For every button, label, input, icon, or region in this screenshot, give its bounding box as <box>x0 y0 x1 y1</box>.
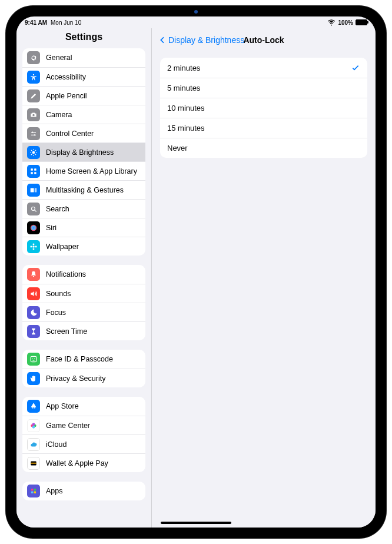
status-bar: 9:41 AM Mon Jun 10 100% <box>16 16 376 28</box>
sidebar-item-label: Face ID & Passcode <box>46 355 141 363</box>
sidebar-item-display-brightness[interactable]: Display & Brightness <box>22 142 145 161</box>
home-indicator[interactable] <box>161 522 231 524</box>
settings-sidebar: Settings GeneralAccessibilityApple Penci… <box>16 28 152 528</box>
option-label: Never <box>167 144 188 152</box>
sidebar-item-home-screen[interactable]: Home Screen & App Library <box>22 161 145 180</box>
auto-lock-option[interactable]: 2 minutes <box>160 58 367 78</box>
status-time: 9:41 AM <box>25 19 47 26</box>
sidebar-item-label: Multitasking & Gestures <box>46 186 141 194</box>
sidebar-item-accessibility[interactable]: Accessibility <box>22 67 145 86</box>
accessibility-icon <box>27 71 40 84</box>
gear-icon <box>27 51 40 64</box>
sidebar-item-label: Search <box>46 205 141 213</box>
rects-icon <box>27 184 40 197</box>
battery-icon <box>356 19 367 25</box>
cloud-icon <box>27 438 40 451</box>
sidebar-item-label: Screen Time <box>46 327 141 336</box>
sidebar-item-camera[interactable]: Camera <box>22 105 145 124</box>
appstore-icon <box>27 400 40 413</box>
sidebar-item-icloud[interactable]: iCloud <box>22 434 145 453</box>
sidebar-item-label: Control Center <box>46 130 141 138</box>
check-icon <box>351 63 360 72</box>
sidebar-item-label: Wallpaper <box>46 243 141 251</box>
wallet-icon <box>27 457 40 470</box>
option-label: 10 minutes <box>167 104 205 112</box>
camera-icon <box>27 108 40 121</box>
front-camera <box>194 10 198 14</box>
auto-lock-option[interactable]: Never <box>160 138 367 158</box>
sliders-icon <box>27 127 40 140</box>
option-label: 2 minutes <box>167 64 200 72</box>
flower-icon <box>27 240 40 253</box>
sidebar-item-notifications[interactable]: Notifications <box>22 265 145 284</box>
pencil-icon <box>27 89 40 102</box>
sidebar-item-label: Sounds <box>46 290 141 298</box>
sidebar-item-search[interactable]: Search <box>22 199 145 218</box>
sidebar-item-apps[interactable]: Apps <box>22 482 145 500</box>
sidebar-item-label: App Store <box>46 402 141 410</box>
sidebar-item-game-center[interactable]: Game Center <box>22 416 145 434</box>
grid-icon <box>27 165 40 178</box>
sidebar-item-label: Privacy & Security <box>46 374 141 383</box>
hand-icon <box>27 372 40 385</box>
sidebar-item-focus[interactable]: Focus <box>22 303 145 321</box>
sidebar-item-label: General <box>46 54 141 62</box>
sidebar-item-screen-time[interactable]: Screen Time <box>22 321 145 340</box>
sidebar-item-label: Focus <box>46 309 141 317</box>
moon-icon <box>27 306 40 319</box>
wifi-icon <box>327 18 335 26</box>
sidebar-item-label: Display & Brightness <box>46 148 141 157</box>
sidebar-item-label: Notifications <box>46 270 141 278</box>
detail-pane: Display & Brightness Auto-Lock 2 minutes… <box>152 28 376 528</box>
sidebar-title: Settings <box>16 28 151 48</box>
sidebar-item-general[interactable]: General <box>22 48 145 67</box>
sidebar-item-label: Wallet & Apple Pay <box>46 459 141 467</box>
sidebar-item-label: Siri <box>46 224 141 232</box>
sidebar-item-apple-pencil[interactable]: Apple Pencil <box>22 86 145 105</box>
back-label: Display & Brightness <box>168 35 244 45</box>
sidebar-item-label: Apps <box>46 487 141 495</box>
battery-percent: 100% <box>338 19 353 26</box>
page-title: Auto-Lock <box>243 35 284 45</box>
gamecenter-icon <box>27 419 40 432</box>
auto-lock-option[interactable]: 15 minutes <box>160 118 367 138</box>
sidebar-item-label: Home Screen & App Library <box>46 167 141 175</box>
sidebar-item-label: Accessibility <box>46 73 141 81</box>
sidebar-item-app-store[interactable]: App Store <box>22 397 145 416</box>
sidebar-item-label: Apple Pencil <box>46 92 141 100</box>
faceid-icon <box>27 353 40 366</box>
sidebar-item-wallpaper[interactable]: Wallpaper <box>22 237 145 256</box>
bell-icon <box>27 268 40 281</box>
back-button[interactable]: Display & Brightness <box>158 35 244 45</box>
apps-icon <box>27 485 40 497</box>
sidebar-item-sounds[interactable]: Sounds <box>22 284 145 303</box>
option-label: 5 minutes <box>167 84 200 92</box>
option-label: 15 minutes <box>167 124 205 132</box>
sidebar-item-label: Game Center <box>46 422 141 430</box>
auto-lock-options: 2 minutes5 minutes10 minutes15 minutesNe… <box>160 58 367 158</box>
sun-icon <box>27 146 40 159</box>
sidebar-item-siri[interactable]: Siri <box>22 218 145 237</box>
detail-header: Display & Brightness Auto-Lock <box>152 28 376 49</box>
sidebar-item-label: iCloud <box>46 440 141 449</box>
sidebar-item-control-center[interactable]: Control Center <box>22 124 145 142</box>
auto-lock-option[interactable]: 10 minutes <box>160 98 367 118</box>
sidebar-item-label: Camera <box>46 111 141 119</box>
auto-lock-option[interactable]: 5 minutes <box>160 78 367 98</box>
sidebar-item-wallet[interactable]: Wallet & Apple Pay <box>22 453 145 472</box>
speaker-icon <box>27 287 40 300</box>
siri-icon <box>27 221 40 234</box>
search-icon <box>27 203 40 215</box>
sidebar-item-multitasking[interactable]: Multitasking & Gestures <box>22 180 145 199</box>
sidebar-item-face-id[interactable]: Face ID & Passcode <box>22 350 145 369</box>
sidebar-item-privacy[interactable]: Privacy & Security <box>22 369 145 387</box>
chevron-left-icon <box>158 35 167 45</box>
hourglass-icon <box>27 325 40 338</box>
status-date: Mon Jun 10 <box>51 19 81 26</box>
